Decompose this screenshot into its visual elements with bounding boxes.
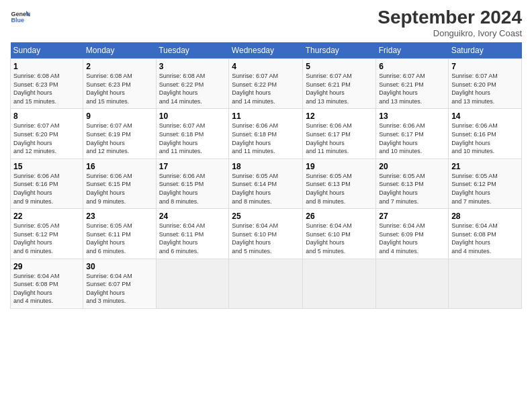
- day-number: 14: [451, 111, 519, 121]
- calendar-cell: 23 Sunrise: 6:05 AM Sunset: 6:11 PM Dayl…: [83, 209, 156, 259]
- day-info: Sunrise: 6:08 AM Sunset: 6:22 PM Dayligh…: [159, 72, 226, 105]
- location: Donguikro, Ivory Coast: [378, 28, 522, 38]
- day-number: 7: [451, 62, 519, 71]
- day-info: Sunrise: 6:07 AM Sunset: 6:19 PM Dayligh…: [86, 122, 152, 155]
- calendar-week-4: 29 Sunrise: 6:04 AM Sunset: 6:08 PM Dayl…: [11, 259, 522, 308]
- day-number: 16: [86, 162, 152, 171]
- calendar-cell: 27 Sunrise: 6:04 AM Sunset: 6:09 PM Dayl…: [376, 209, 449, 259]
- calendar-cell: 4 Sunrise: 6:07 AM Sunset: 6:22 PM Dayli…: [229, 59, 303, 109]
- calendar-cell: 25 Sunrise: 6:04 AM Sunset: 6:10 PM Dayl…: [229, 209, 303, 259]
- day-number: 5: [306, 62, 373, 71]
- calendar-cell: 18 Sunrise: 6:05 AM Sunset: 6:14 PM Dayl…: [229, 158, 303, 208]
- calendar-cell: 16 Sunrise: 6:06 AM Sunset: 6:15 PM Dayl…: [83, 158, 156, 208]
- day-info: Sunrise: 6:05 AM Sunset: 6:13 PM Dayligh…: [379, 172, 445, 205]
- day-info: Sunrise: 6:06 AM Sunset: 6:15 PM Dayligh…: [86, 172, 152, 205]
- day-info: Sunrise: 6:08 AM Sunset: 6:23 PM Dayligh…: [86, 72, 152, 105]
- day-number: 25: [232, 212, 300, 221]
- calendar-cell: 20 Sunrise: 6:05 AM Sunset: 6:13 PM Dayl…: [376, 158, 449, 208]
- day-info: Sunrise: 6:07 AM Sunset: 6:21 PM Dayligh…: [306, 72, 373, 105]
- day-info: Sunrise: 6:04 AM Sunset: 6:08 PM Dayligh…: [451, 222, 519, 255]
- day-number: 22: [13, 212, 80, 221]
- calendar-cell: [229, 259, 303, 308]
- day-info: Sunrise: 6:06 AM Sunset: 6:17 PM Dayligh…: [379, 122, 445, 155]
- title-block: September 2024 Donguikro, Ivory Coast: [378, 7, 522, 38]
- day-number: 18: [232, 162, 300, 171]
- calendar-cell: 28 Sunrise: 6:04 AM Sunset: 6:08 PM Dayl…: [449, 209, 522, 259]
- day-info: Sunrise: 6:04 AM Sunset: 6:09 PM Dayligh…: [379, 222, 445, 255]
- col-saturday: Saturday: [449, 42, 522, 59]
- day-info: Sunrise: 6:06 AM Sunset: 6:16 PM Dayligh…: [451, 122, 519, 155]
- day-number: 28: [451, 212, 519, 221]
- calendar-cell: 11 Sunrise: 6:06 AM Sunset: 6:18 PM Dayl…: [229, 109, 303, 158]
- calendar-cell: 10 Sunrise: 6:07 AM Sunset: 6:18 PM Dayl…: [156, 109, 229, 158]
- logo-icon: General Blue: [10, 7, 30, 27]
- day-info: Sunrise: 6:06 AM Sunset: 6:18 PM Dayligh…: [232, 122, 300, 155]
- calendar-cell: 14 Sunrise: 6:06 AM Sunset: 6:16 PM Dayl…: [449, 109, 522, 158]
- day-number: 17: [159, 162, 226, 171]
- calendar-cell: 5 Sunrise: 6:07 AM Sunset: 6:21 PM Dayli…: [303, 59, 376, 109]
- header: General Blue September 2024 Donguikro, I…: [10, 7, 522, 38]
- day-number: 29: [13, 262, 80, 271]
- calendar-cell: 30 Sunrise: 6:04 AM Sunset: 6:07 PM Dayl…: [83, 259, 156, 308]
- day-number: 8: [13, 111, 80, 121]
- day-number: 15: [13, 162, 80, 171]
- day-info: Sunrise: 6:07 AM Sunset: 6:21 PM Dayligh…: [379, 72, 445, 105]
- day-info: Sunrise: 6:04 AM Sunset: 6:08 PM Dayligh…: [13, 272, 80, 306]
- calendar-week-1: 8 Sunrise: 6:07 AM Sunset: 6:20 PM Dayli…: [11, 109, 522, 158]
- day-number: 26: [306, 212, 373, 221]
- day-number: 21: [451, 162, 519, 171]
- logo: General Blue: [10, 7, 30, 27]
- day-number: 24: [159, 212, 226, 221]
- day-number: 12: [306, 111, 373, 121]
- day-info: Sunrise: 6:07 AM Sunset: 6:20 PM Dayligh…: [13, 122, 80, 155]
- calendar-cell: 2 Sunrise: 6:08 AM Sunset: 6:23 PM Dayli…: [83, 59, 156, 109]
- calendar-cell: 7 Sunrise: 6:07 AM Sunset: 6:20 PM Dayli…: [449, 59, 522, 109]
- calendar-cell: 3 Sunrise: 6:08 AM Sunset: 6:22 PM Dayli…: [156, 59, 229, 109]
- col-sunday: Sunday: [11, 42, 83, 59]
- calendar-cell: 29 Sunrise: 6:04 AM Sunset: 6:08 PM Dayl…: [11, 259, 83, 308]
- calendar-cell: 13 Sunrise: 6:06 AM Sunset: 6:17 PM Dayl…: [376, 109, 449, 158]
- day-info: Sunrise: 6:06 AM Sunset: 6:17 PM Dayligh…: [306, 122, 373, 155]
- day-info: Sunrise: 6:07 AM Sunset: 6:20 PM Dayligh…: [451, 72, 519, 105]
- day-info: Sunrise: 6:05 AM Sunset: 6:12 PM Dayligh…: [451, 172, 519, 205]
- day-info: Sunrise: 6:04 AM Sunset: 6:10 PM Dayligh…: [232, 222, 300, 255]
- calendar-cell: 6 Sunrise: 6:07 AM Sunset: 6:21 PM Dayli…: [376, 59, 449, 109]
- day-number: 9: [86, 111, 152, 121]
- day-number: 11: [232, 111, 300, 121]
- day-number: 19: [306, 162, 373, 171]
- calendar-cell: [156, 259, 229, 308]
- day-number: 2: [86, 62, 152, 71]
- calendar-cell: 19 Sunrise: 6:05 AM Sunset: 6:13 PM Dayl…: [303, 158, 376, 208]
- day-number: 23: [86, 212, 152, 221]
- calendar-cell: 26 Sunrise: 6:04 AM Sunset: 6:10 PM Dayl…: [303, 209, 376, 259]
- day-number: 27: [379, 212, 445, 221]
- col-tuesday: Tuesday: [156, 42, 229, 59]
- day-info: Sunrise: 6:08 AM Sunset: 6:23 PM Dayligh…: [13, 72, 80, 105]
- calendar-cell: 9 Sunrise: 6:07 AM Sunset: 6:19 PM Dayli…: [83, 109, 156, 158]
- calendar-cell: 8 Sunrise: 6:07 AM Sunset: 6:20 PM Dayli…: [11, 109, 83, 158]
- day-number: 6: [379, 62, 445, 71]
- page-container: General Blue September 2024 Donguikro, I…: [0, 0, 532, 316]
- day-number: 1: [13, 62, 80, 71]
- day-info: Sunrise: 6:06 AM Sunset: 6:16 PM Dayligh…: [13, 172, 80, 205]
- header-row: Sunday Monday Tuesday Wednesday Thursday…: [11, 42, 522, 59]
- day-number: 10: [159, 111, 226, 121]
- col-friday: Friday: [376, 42, 449, 59]
- calendar-cell: 17 Sunrise: 6:06 AM Sunset: 6:15 PM Dayl…: [156, 158, 229, 208]
- day-number: 20: [379, 162, 445, 171]
- day-info: Sunrise: 6:05 AM Sunset: 6:11 PM Dayligh…: [86, 222, 152, 255]
- day-info: Sunrise: 6:05 AM Sunset: 6:12 PM Dayligh…: [13, 222, 80, 255]
- calendar-week-0: 1 Sunrise: 6:08 AM Sunset: 6:23 PM Dayli…: [11, 59, 522, 109]
- calendar-cell: 12 Sunrise: 6:06 AM Sunset: 6:17 PM Dayl…: [303, 109, 376, 158]
- calendar-week-2: 15 Sunrise: 6:06 AM Sunset: 6:16 PM Dayl…: [11, 158, 522, 208]
- svg-text:Blue: Blue: [11, 17, 25, 24]
- month-title: September 2024: [378, 7, 522, 28]
- calendar-cell: [376, 259, 449, 308]
- col-thursday: Thursday: [303, 42, 376, 59]
- calendar-cell: 15 Sunrise: 6:06 AM Sunset: 6:16 PM Dayl…: [11, 158, 83, 208]
- day-number: 30: [86, 262, 152, 271]
- day-number: 4: [232, 62, 300, 71]
- day-info: Sunrise: 6:04 AM Sunset: 6:11 PM Dayligh…: [159, 222, 226, 255]
- calendar-cell: [303, 259, 376, 308]
- day-info: Sunrise: 6:05 AM Sunset: 6:13 PM Dayligh…: [306, 172, 373, 205]
